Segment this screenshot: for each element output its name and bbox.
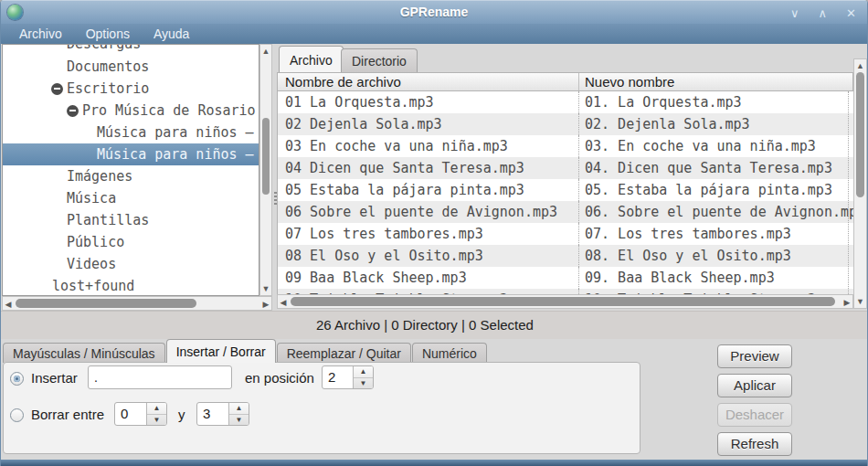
- menu-ayuda[interactable]: Ayuda: [145, 24, 197, 44]
- file-name: 01 La Orquesta.mp3: [278, 91, 579, 113]
- file-tabbar: Archivo Directorio: [277, 44, 867, 72]
- file-name: 04 Dicen que Santa Teresa.mp3: [278, 157, 579, 179]
- tree-item[interactable]: Pro Música de Rosario: [3, 100, 259, 122]
- preview-button[interactable]: Preview: [717, 344, 792, 368]
- spin-down-icon[interactable]: ▼: [354, 377, 373, 389]
- file-row[interactable]: 05 Estaba la pájara pinta.mp3 05. Estaba…: [278, 179, 853, 201]
- spin-up-icon[interactable]: ▲: [229, 403, 249, 414]
- tool-tabbar: Mayúsculas / Minúsculas Insertar / Borra…: [3, 339, 488, 363]
- tree-item-label: Música para niños –: [97, 124, 254, 141]
- tab-mayusculas[interactable]: Mayúsculas / Minúsculas: [3, 343, 165, 363]
- file-row[interactable]: 01 La Orquesta.mp3 01. La Orquesta.mp3: [278, 91, 853, 113]
- refresh-button[interactable]: Refresh: [717, 432, 792, 456]
- scroll-up-icon[interactable]: ▲: [260, 47, 271, 56]
- tab-label: Mayúsculas / Minúsculas: [13, 346, 155, 361]
- file-row[interactable]: 09 Baa Black Sheep.mp3 09. Baa Black She…: [278, 267, 853, 289]
- menu-archivo[interactable]: Archivo: [11, 24, 70, 44]
- tree-item[interactable]: Público: [3, 231, 259, 253]
- file-row[interactable]: 04 Dicen que Santa Teresa.mp3 04. Dicen …: [278, 157, 853, 179]
- delete-to-value[interactable]: 3: [197, 403, 228, 425]
- scroll-right-icon[interactable]: ▶: [261, 300, 270, 309]
- spin-down-icon[interactable]: ▼: [147, 414, 166, 426]
- scrollbar-thumb[interactable]: [16, 299, 196, 308]
- tree-item[interactable]: Videos: [3, 253, 259, 275]
- window-title: GPRename: [1, 1, 867, 25]
- tree-horizontal-scrollbar: ◀ ▶: [2, 296, 272, 311]
- scroll-left-icon[interactable]: ◀: [279, 298, 288, 307]
- file-name: 08 El Oso y el Osito.mp3: [278, 245, 579, 267]
- insert-text-input[interactable]: [88, 365, 232, 389]
- file-new-name: 03. En coche va una niña.mp3: [579, 135, 853, 157]
- tree-item[interactable]: Música: [3, 187, 259, 209]
- gprename-window: GPRename ∨ ∧ ✕ Archivo Options Ayuda Des…: [0, 0, 868, 466]
- file-row[interactable]: 03 En coche va una niña.mp3 03. En coche…: [278, 135, 853, 157]
- conjunction-label: y: [178, 404, 185, 426]
- scroll-up-icon[interactable]: ▲: [854, 61, 866, 70]
- window-bottom-edge: [1, 460, 867, 466]
- tree-item-label: Música para niños –: [97, 146, 254, 163]
- scroll-left-icon[interactable]: ◀: [4, 300, 13, 309]
- scroll-down-icon[interactable]: ▼: [260, 284, 271, 293]
- delete-to-spinner[interactable]: 3 ▲ ▼: [196, 402, 249, 426]
- file-vertical-scrollbar: ▲ ▼: [853, 58, 867, 309]
- tree-item-selected[interactable]: Música para niños –: [3, 143, 259, 165]
- tree-item-label: Escritorio: [67, 80, 149, 97]
- file-name: 09 Baa Black Sheep.mp3: [278, 267, 579, 289]
- tab-numerico[interactable]: Numérico: [412, 343, 487, 363]
- undo-button: Deshacer: [717, 403, 792, 427]
- column-header-name[interactable]: Nombre de archivo: [278, 73, 579, 90]
- tab-insertar-borrar[interactable]: Insertar / Borrar: [166, 339, 276, 363]
- tab-reemplazar[interactable]: Reemplazar / Quitar: [277, 343, 411, 363]
- tree-item[interactable]: Música para niños –: [3, 122, 259, 143]
- tab-directorio[interactable]: Directorio: [341, 48, 418, 72]
- collapse-expander-icon[interactable]: [51, 83, 63, 95]
- file-list: 01 La Orquesta.mp3 01. La Orquesta.mp3 0…: [277, 91, 853, 294]
- file-name: 06 Sobre el puente de Avignon.mp3: [278, 201, 579, 223]
- file-row[interactable]: 07 Los tres tambores.mp3 07. Los tres ta…: [278, 223, 853, 245]
- scroll-right-icon[interactable]: ▶: [842, 298, 852, 307]
- position-label: en posición: [245, 367, 314, 389]
- tree-item[interactable]: Descargas: [3, 45, 259, 56]
- insert-radio[interactable]: [10, 372, 24, 386]
- tree-item-label: lost+found: [52, 278, 134, 294]
- scroll-down-icon[interactable]: ▼: [854, 297, 866, 306]
- scrollbar-thumb[interactable]: [856, 72, 864, 197]
- tab-archivo[interactable]: Archivo: [279, 46, 344, 72]
- minimize-icon[interactable]: ∨: [790, 7, 799, 19]
- file-name: 02 Dejenla Sola.mp3: [278, 113, 579, 135]
- file-name: 05 Estaba la pájara pinta.mp3: [278, 179, 579, 201]
- spin-up-icon[interactable]: ▲: [354, 366, 373, 377]
- tab-label: Directorio: [352, 54, 407, 69]
- titlebar[interactable]: GPRename ∨ ∧ ✕: [1, 0, 867, 24]
- tree-item[interactable]: Plantillas: [3, 209, 259, 231]
- scrollbar-thumb[interactable]: [291, 297, 835, 306]
- scrollbar-thumb[interactable]: [262, 118, 270, 195]
- menu-options[interactable]: Options: [78, 24, 138, 44]
- position-value[interactable]: 2: [323, 366, 353, 388]
- tree-item-label: Documentos: [67, 58, 149, 75]
- tree-item[interactable]: Escritorio: [3, 78, 259, 100]
- close-icon[interactable]: ✕: [846, 7, 856, 19]
- tree-item[interactable]: Imágenes: [3, 165, 259, 187]
- file-row[interactable]: 02 Dejenla Sola.mp3 02. Dejenla Sola.mp3: [278, 113, 853, 135]
- delete-from-value[interactable]: 0: [115, 403, 146, 425]
- delete-from-spinner[interactable]: 0 ▲ ▼: [114, 402, 167, 426]
- tree-item-label: Pro Música de Rosario: [82, 102, 256, 119]
- spin-up-icon[interactable]: ▲: [147, 403, 166, 414]
- tree-item-label: Público: [67, 234, 124, 250]
- file-row[interactable]: 08 El Oso y el Osito.mp3 08. El Oso y el…: [278, 245, 853, 267]
- delete-radio[interactable]: [10, 408, 24, 422]
- file-new-name: 08. El Oso y el Osito.mp3: [579, 245, 853, 267]
- tree-item-label: Descargas: [67, 45, 259, 55]
- file-name: 03 En coche va una niña.mp3: [278, 135, 579, 157]
- tree-item[interactable]: Documentos: [3, 56, 259, 78]
- tree-item[interactable]: lost+found: [3, 275, 259, 296]
- file-row[interactable]: 06 Sobre el puente de Avignon.mp3 06. So…: [278, 201, 853, 223]
- column-header-newname[interactable]: Nuevo nombre: [579, 73, 852, 90]
- maximize-icon[interactable]: ∧: [819, 7, 828, 19]
- tree-item-label: Imágenes: [67, 168, 132, 185]
- collapse-expander-icon[interactable]: [67, 105, 79, 117]
- position-spinner[interactable]: 2 ▲ ▼: [322, 365, 374, 389]
- spin-down-icon[interactable]: ▼: [229, 414, 249, 426]
- apply-button[interactable]: Aplicar: [717, 374, 792, 397]
